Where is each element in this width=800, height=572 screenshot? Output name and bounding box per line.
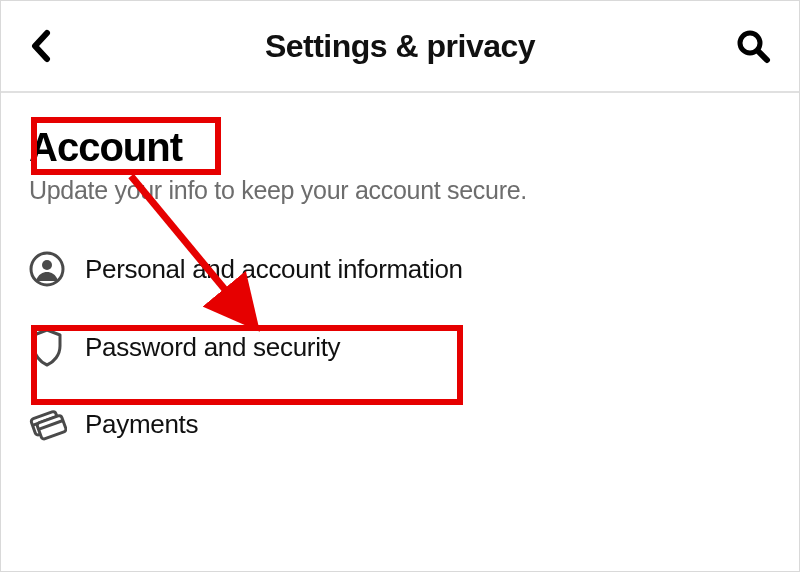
- row-personal-info[interactable]: Personal and account information: [29, 231, 771, 307]
- shield-icon: [29, 327, 65, 367]
- row-label: Password and security: [85, 332, 340, 363]
- search-icon: [735, 28, 771, 64]
- chevron-left-icon: [29, 29, 51, 63]
- row-password-security[interactable]: Password and security: [29, 307, 771, 387]
- section-heading-account: Account: [29, 125, 182, 170]
- section-subtitle: Update your info to keep your account se…: [29, 176, 771, 205]
- payments-icon: [29, 407, 67, 441]
- row-payments[interactable]: Payments: [29, 387, 771, 461]
- row-label: Personal and account information: [85, 254, 463, 285]
- svg-line-1: [758, 51, 767, 60]
- row-label: Payments: [85, 409, 198, 440]
- person-circle-icon: [29, 251, 65, 287]
- back-button[interactable]: [29, 26, 69, 66]
- header-bar: Settings & privacy: [1, 1, 799, 93]
- page-title: Settings & privacy: [69, 28, 731, 65]
- search-button[interactable]: [731, 26, 771, 66]
- svg-point-3: [42, 260, 52, 270]
